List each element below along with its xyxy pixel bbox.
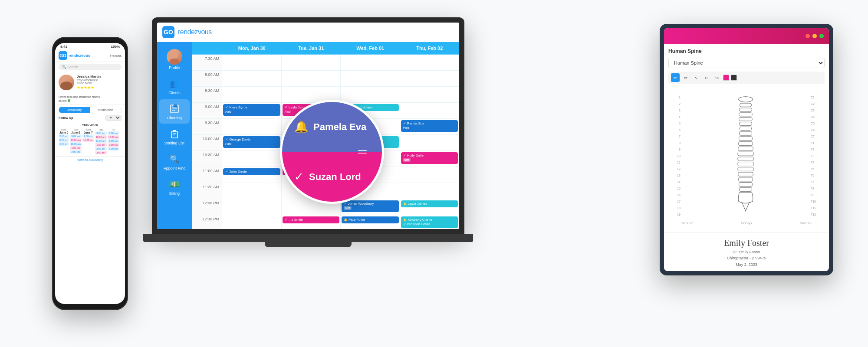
- phone-tabs[interactable]: Availability Information: [59, 107, 122, 113]
- tool-pencil2[interactable]: ✏: [681, 73, 690, 82]
- sidebar-item-clients[interactable]: 👥 Clients: [159, 74, 190, 98]
- appt-check-icon: [285, 218, 289, 222]
- appt-johan[interactable]: Johan Woodbury $95: [342, 200, 399, 212]
- appt-kiera[interactable]: Kiera Byrne Paid: [223, 104, 280, 116]
- appt-smith[interactable]: ...s Smith: [283, 216, 340, 223]
- cell-thu-730[interactable]: [400, 55, 460, 70]
- popup-bell-icon: 🔔: [294, 120, 308, 134]
- cell-thu-800[interactable]: [400, 71, 460, 86]
- rlabel-2: C2: [811, 102, 816, 105]
- phone-follow-section: Follow Up ▼: [59, 115, 122, 121]
- appt-randa[interactable]: Randa Sue Paid: [401, 120, 458, 132]
- rlabel-6: C6: [811, 128, 816, 131]
- rlabel-17: T10: [811, 200, 816, 203]
- cell-mon-930[interactable]: [222, 119, 282, 134]
- appt-paid: Paid: [285, 110, 291, 113]
- tool-redo[interactable]: ↪: [713, 73, 721, 82]
- label-t5: 12: [677, 167, 681, 170]
- sidebar-label-billing: Billing: [169, 191, 180, 196]
- cell-tue-1230[interactable]: ...s Smith: [282, 215, 341, 229]
- cell-mon-1000[interactable]: George Davis Paid: [222, 135, 282, 151]
- color-dark[interactable]: [731, 75, 737, 81]
- sacrum-section: [738, 193, 753, 211]
- label-c6: 6: [677, 128, 681, 131]
- rlabel-14: T7: [811, 180, 816, 183]
- appt-bell-icon: [403, 202, 408, 206]
- appt-layla2[interactable]: Layla James: [401, 200, 458, 207]
- color-pink[interactable]: [723, 75, 729, 81]
- appt-check-icon: [403, 154, 407, 157]
- appt-kimberly[interactable]: Kimberly Clarke Brendan Grant: [401, 216, 458, 228]
- cal-row-1230: 12:30 PM ...s Smith Paul Fuller: [192, 215, 459, 229]
- sidebar-item-appoint[interactable]: 🔍 Appoint Find: [159, 150, 190, 174]
- appt-paul[interactable]: Paul Fuller: [342, 216, 399, 223]
- phone-search[interactable]: 🔍 Search: [59, 64, 122, 70]
- rlabel-15: T8: [811, 187, 816, 190]
- popup-check-icon: ✓: [294, 170, 304, 183]
- sidebar-item-billing[interactable]: 💵 Billing: [159, 175, 190, 199]
- cell-wed-830[interactable]: [341, 87, 400, 102]
- cell-tue-730[interactable]: [282, 55, 341, 70]
- svg-rect-21: [739, 142, 753, 146]
- cell-thu-1130[interactable]: [400, 183, 460, 199]
- cell-thu-1000[interactable]: [400, 135, 460, 151]
- appt-bell-icon: [344, 218, 349, 222]
- cell-wed-800[interactable]: [341, 71, 400, 86]
- sidebar-label-appoint: Appoint Find: [164, 166, 186, 170]
- spine-select[interactable]: Human Spine: [668, 58, 825, 68]
- dot-red[interactable]: [806, 34, 810, 38]
- tool-pencil-active[interactable]: ✏: [671, 73, 680, 82]
- cell-mon-1030[interactable]: [222, 151, 282, 167]
- dot-yellow[interactable]: [812, 34, 817, 38]
- svg-point-1: [169, 59, 180, 65]
- cell-mon-1230[interactable]: [222, 215, 282, 229]
- cell-thu-830[interactable]: [400, 87, 460, 102]
- cell-wed-730[interactable]: [341, 55, 400, 70]
- time-1130: 11:30 AM: [192, 183, 222, 199]
- popup-name2: Suzan Lord: [309, 171, 361, 183]
- app-logo-icon: GO: [162, 26, 174, 38]
- cell-mon-800[interactable]: [222, 71, 282, 86]
- cell-thu-1030[interactable]: Holly Dalle $95: [400, 151, 460, 167]
- cell-mon-900[interactable]: Kiera Byrne Paid: [222, 103, 282, 118]
- week-day-tue: Tue June 6 9:00 am 10:00 am 11:00 am 1:0…: [70, 128, 82, 154]
- tablet-content: Human Spine Human Spine ✏ ✏ ↖ ↩ ↪: [664, 44, 829, 232]
- label-t1: 8: [677, 141, 681, 144]
- sidebar-item-charting[interactable]: chart Charting: [159, 99, 190, 124]
- cell-thu-1100[interactable]: [400, 167, 460, 183]
- cell-wed-1230[interactable]: Paul Fuller: [341, 215, 400, 229]
- cell-mon-730[interactable]: [222, 55, 282, 70]
- appt-george[interactable]: George Davis Paid: [223, 136, 280, 148]
- tool-pointer[interactable]: ↖: [692, 73, 700, 82]
- cell-mon-1130[interactable]: [222, 183, 282, 199]
- sidebar-item-profile[interactable]: Profile: [159, 46, 190, 73]
- cell-thu-1200[interactable]: Layla James: [400, 199, 460, 215]
- appt-holly[interactable]: Holly Dalle $95: [401, 152, 458, 164]
- cell-thu-930[interactable]: Randa Sue Paid: [400, 119, 460, 134]
- rlabel-11: T4: [811, 161, 816, 164]
- follow-select[interactable]: ▼: [105, 115, 122, 121]
- appt-john[interactable]: John Daule: [223, 168, 280, 175]
- tablet-select-row: Human Spine: [668, 58, 825, 68]
- dot-green[interactable]: [819, 34, 824, 38]
- desc-text: Offers real-time insurance claims: [59, 95, 100, 98]
- signature-date: May 2, 2023: [671, 262, 822, 268]
- bottom-right: Sacrum: [799, 221, 812, 225]
- week-day-wed: Wed June 7 9:00 am 10:00 am: [82, 128, 94, 154]
- phone-week-section: This Week Mon June 5 2:00 pm 3:00 pm 4:0…: [55, 121, 125, 156]
- tool-undo[interactable]: ↩: [702, 73, 711, 82]
- cell-wed-1200[interactable]: Johan Woodbury $95: [341, 199, 400, 215]
- cell-tue-800[interactable]: [282, 71, 341, 86]
- sidebar-item-waiting[interactable]: Waiting List: [159, 124, 190, 149]
- signature-info: Dr. Emily Foster Chiropractor - 27-9475 …: [671, 249, 822, 268]
- label-c2: 2: [677, 102, 681, 105]
- cell-mon-1200[interactable]: [222, 199, 282, 215]
- view-all-link[interactable]: View All Availability: [55, 156, 125, 163]
- tab-information[interactable]: Information: [90, 107, 122, 113]
- cell-thu-900[interactable]: [400, 103, 460, 118]
- cell-thu-1230[interactable]: Kimberly Clarke Brendan Grant: [400, 215, 460, 229]
- tab-availability[interactable]: Availability: [59, 107, 90, 113]
- week-day-thu: Thu 9:00 am 10:00 am 11:00 am 1:00 pm 2:…: [95, 128, 107, 154]
- cell-mon-1100[interactable]: John Daule: [222, 167, 282, 183]
- cell-mon-830[interactable]: [222, 87, 282, 102]
